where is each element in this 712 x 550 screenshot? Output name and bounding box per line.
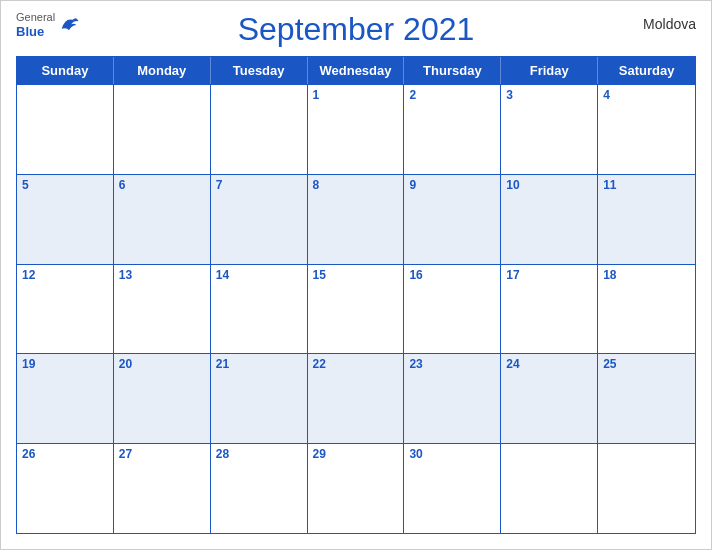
calendar-title: September 2021 bbox=[238, 11, 475, 48]
day-number: 21 bbox=[216, 357, 229, 371]
week-row-1: 1234 bbox=[17, 84, 695, 174]
day-cell: 3 bbox=[501, 85, 598, 174]
day-number: 2 bbox=[409, 88, 416, 102]
day-cell: 7 bbox=[211, 175, 308, 264]
day-cell: 29 bbox=[308, 444, 405, 533]
day-cell: 16 bbox=[404, 265, 501, 354]
day-cell bbox=[211, 85, 308, 174]
day-number: 20 bbox=[119, 357, 132, 371]
day-number: 1 bbox=[313, 88, 320, 102]
day-header-thursday: Thursday bbox=[404, 57, 501, 84]
day-number: 25 bbox=[603, 357, 616, 371]
logo-text: General Blue bbox=[16, 11, 55, 40]
calendar-grid: SundayMondayTuesdayWednesdayThursdayFrid… bbox=[16, 56, 696, 534]
day-cell: 13 bbox=[114, 265, 211, 354]
day-number: 12 bbox=[22, 268, 35, 282]
day-number: 16 bbox=[409, 268, 422, 282]
day-number: 11 bbox=[603, 178, 616, 192]
day-cell: 1 bbox=[308, 85, 405, 174]
day-header-sunday: Sunday bbox=[17, 57, 114, 84]
day-number: 28 bbox=[216, 447, 229, 461]
day-cell: 27 bbox=[114, 444, 211, 533]
week-row-2: 567891011 bbox=[17, 174, 695, 264]
calendar-header: General Blue September 2021 Moldova bbox=[16, 11, 696, 48]
logo-blue: Blue bbox=[16, 24, 55, 40]
day-number: 26 bbox=[22, 447, 35, 461]
day-cell: 10 bbox=[501, 175, 598, 264]
day-cell: 30 bbox=[404, 444, 501, 533]
day-number: 19 bbox=[22, 357, 35, 371]
day-cell bbox=[501, 444, 598, 533]
day-number: 15 bbox=[313, 268, 326, 282]
day-cell bbox=[17, 85, 114, 174]
day-number: 23 bbox=[409, 357, 422, 371]
day-number: 5 bbox=[22, 178, 29, 192]
day-cell: 19 bbox=[17, 354, 114, 443]
day-number: 9 bbox=[409, 178, 416, 192]
day-cell: 12 bbox=[17, 265, 114, 354]
day-number: 10 bbox=[506, 178, 519, 192]
day-cell: 2 bbox=[404, 85, 501, 174]
week-row-5: 2627282930 bbox=[17, 443, 695, 533]
day-cell: 5 bbox=[17, 175, 114, 264]
day-number: 8 bbox=[313, 178, 320, 192]
day-cell: 14 bbox=[211, 265, 308, 354]
day-headers-row: SundayMondayTuesdayWednesdayThursdayFrid… bbox=[17, 57, 695, 84]
day-cell: 25 bbox=[598, 354, 695, 443]
day-cell: 11 bbox=[598, 175, 695, 264]
day-number: 30 bbox=[409, 447, 422, 461]
logo-bird-icon bbox=[58, 14, 80, 36]
day-cell bbox=[114, 85, 211, 174]
day-number: 17 bbox=[506, 268, 519, 282]
day-cell bbox=[598, 444, 695, 533]
day-number: 7 bbox=[216, 178, 223, 192]
day-number: 24 bbox=[506, 357, 519, 371]
day-cell: 23 bbox=[404, 354, 501, 443]
day-number: 18 bbox=[603, 268, 616, 282]
day-header-friday: Friday bbox=[501, 57, 598, 84]
day-cell: 18 bbox=[598, 265, 695, 354]
day-number: 14 bbox=[216, 268, 229, 282]
day-number: 3 bbox=[506, 88, 513, 102]
day-number: 4 bbox=[603, 88, 610, 102]
day-cell: 20 bbox=[114, 354, 211, 443]
day-cell: 24 bbox=[501, 354, 598, 443]
day-header-saturday: Saturday bbox=[598, 57, 695, 84]
day-header-wednesday: Wednesday bbox=[308, 57, 405, 84]
day-cell: 17 bbox=[501, 265, 598, 354]
day-header-monday: Monday bbox=[114, 57, 211, 84]
logo-general: General bbox=[16, 11, 55, 24]
day-cell: 22 bbox=[308, 354, 405, 443]
day-number: 27 bbox=[119, 447, 132, 461]
day-number: 6 bbox=[119, 178, 126, 192]
day-number: 29 bbox=[313, 447, 326, 461]
week-row-3: 12131415161718 bbox=[17, 264, 695, 354]
logo-area: General Blue bbox=[16, 11, 80, 40]
day-cell: 21 bbox=[211, 354, 308, 443]
day-cell: 9 bbox=[404, 175, 501, 264]
weeks-container: 1234567891011121314151617181920212223242… bbox=[17, 84, 695, 533]
day-cell: 26 bbox=[17, 444, 114, 533]
day-header-tuesday: Tuesday bbox=[211, 57, 308, 84]
day-cell: 28 bbox=[211, 444, 308, 533]
day-cell: 8 bbox=[308, 175, 405, 264]
day-cell: 6 bbox=[114, 175, 211, 264]
day-cell: 4 bbox=[598, 85, 695, 174]
country-label: Moldova bbox=[643, 16, 696, 32]
day-number: 22 bbox=[313, 357, 326, 371]
week-row-4: 19202122232425 bbox=[17, 353, 695, 443]
day-number: 13 bbox=[119, 268, 132, 282]
day-cell: 15 bbox=[308, 265, 405, 354]
calendar-container: General Blue September 2021 Moldova Sund… bbox=[0, 0, 712, 550]
